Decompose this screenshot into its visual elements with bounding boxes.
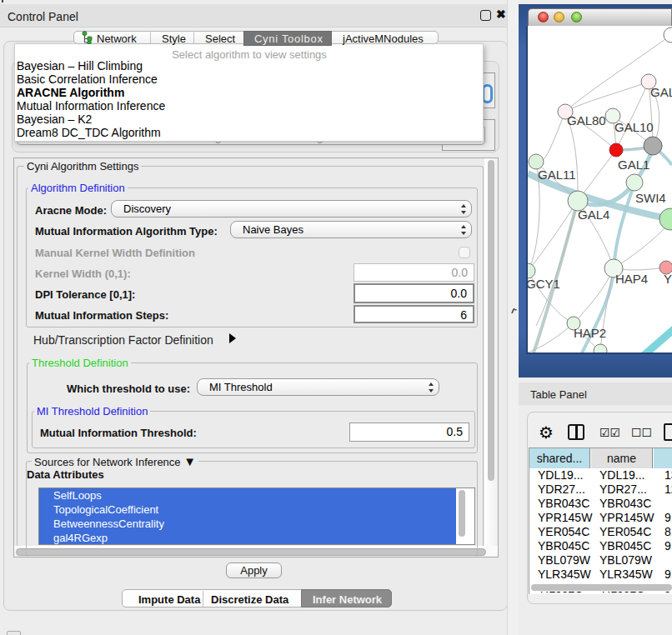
svg-text:GAL1: GAL1 [618, 158, 649, 172]
svg-text:GAL80: GAL80 [567, 113, 606, 128]
svg-text:GAL10: GAL10 [614, 120, 654, 134]
svg-text:SWI4: SWI4 [635, 191, 666, 205]
svg-text:GAL4: GAL4 [578, 208, 609, 222]
svg-text:GCY1: GCY1 [528, 277, 560, 291]
svg-text:GAL: GAL [650, 85, 672, 99]
svg-text:GAL11: GAL11 [538, 168, 576, 182]
svg-text:Y: Y [664, 272, 672, 286]
svg-text:HAP4: HAP4 [615, 272, 648, 286]
svg-text:HAP2: HAP2 [574, 326, 606, 340]
